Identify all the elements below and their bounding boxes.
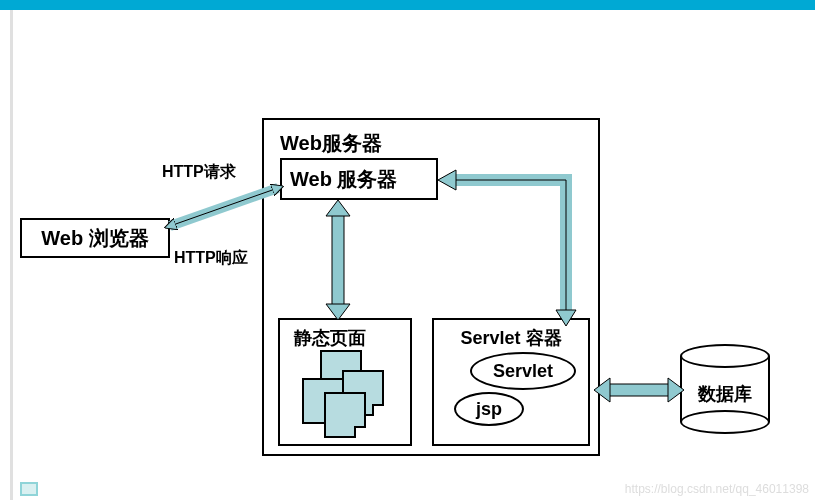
svg-marker-4 xyxy=(326,304,350,320)
pages-icon xyxy=(292,350,392,440)
jsp-oval: jsp xyxy=(454,392,524,426)
bottom-left-marker xyxy=(20,482,38,496)
svg-marker-9 xyxy=(668,378,684,402)
svg-marker-3 xyxy=(326,200,350,216)
svg-marker-8 xyxy=(594,378,610,402)
jsp-label: jsp xyxy=(476,399,502,420)
browser-label: Web 浏览器 xyxy=(41,225,148,252)
http-response-label: HTTP响应 xyxy=(174,248,248,269)
web-server-label: Web 服务器 xyxy=(290,166,397,193)
servlet-container-label: Servlet 容器 xyxy=(460,326,561,350)
servlet-label: Servlet xyxy=(493,361,553,382)
svg-marker-5 xyxy=(438,170,456,190)
svg-rect-7 xyxy=(604,384,674,396)
database: 数据库 xyxy=(680,344,770,434)
database-label: 数据库 xyxy=(680,382,770,406)
server-container-title: Web服务器 xyxy=(280,130,382,157)
watermark: https://blog.csdn.net/qq_46011398 xyxy=(625,482,809,496)
static-pages-label: 静态页面 xyxy=(294,326,366,350)
svg-line-1 xyxy=(170,188,278,226)
arrow-servlet-to-server xyxy=(438,166,578,326)
arrow-servlet-db xyxy=(594,372,684,408)
arrow-server-static xyxy=(318,200,358,320)
servlet-oval: Servlet xyxy=(470,352,576,390)
web-server-box: Web 服务器 xyxy=(280,158,438,200)
svg-marker-6 xyxy=(556,310,576,326)
browser-box: Web 浏览器 xyxy=(20,218,170,258)
diagram-canvas: Web服务器 Web 服务器 Web 浏览器 HTTP请求 HTTP响应 静态页… xyxy=(0,0,815,500)
svg-rect-2 xyxy=(332,210,344,310)
arrow-browser-server xyxy=(160,178,290,238)
